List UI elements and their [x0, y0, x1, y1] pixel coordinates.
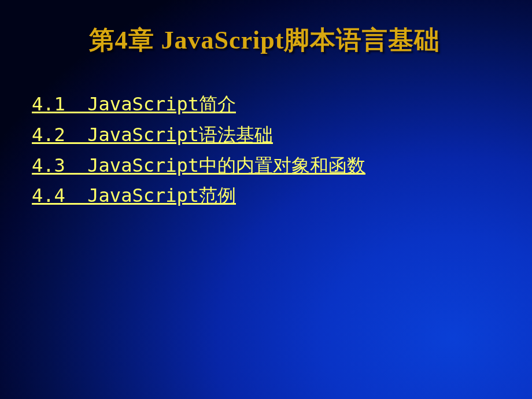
slide-content: 第4章 JavaScript脚本语言基础 4.1 JavaScript简介 4.…: [0, 0, 532, 234]
table-of-contents: 4.1 JavaScript简介 4.2 JavaScript语法基础 4.3 …: [32, 89, 497, 211]
toc-link-4-3[interactable]: 4.3 JavaScript中的内置对象和函数: [32, 154, 365, 176]
toc-link-4-4[interactable]: 4.4 JavaScript范例: [32, 184, 236, 206]
toc-item: 4.4 JavaScript范例: [32, 180, 497, 211]
toc-item: 4.2 JavaScript语法基础: [32, 120, 497, 150]
toc-link-4-2[interactable]: 4.2 JavaScript语法基础: [32, 124, 273, 146]
chapter-title: 第4章 JavaScript脚本语言基础: [32, 23, 497, 57]
toc-item: 4.3 JavaScript中的内置对象和函数: [32, 150, 497, 181]
toc-item: 4.1 JavaScript简介: [32, 89, 497, 120]
toc-link-4-1[interactable]: 4.1 JavaScript简介: [32, 93, 236, 115]
